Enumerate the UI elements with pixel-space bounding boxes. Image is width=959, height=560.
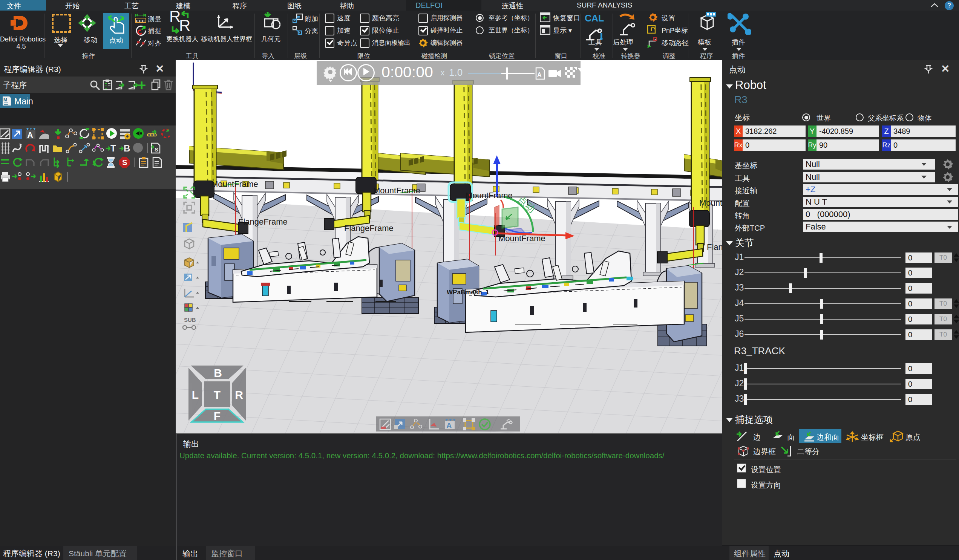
svg-text:L: L: [192, 388, 199, 401]
svg-text:S: S: [122, 158, 127, 167]
svg-text:R: R: [235, 388, 243, 401]
svg-text:MountFram: MountFram: [699, 198, 722, 208]
svg-text:MountFrame: MountFrame: [465, 191, 513, 200]
svg-text:T: T: [214, 388, 220, 401]
svg-text:FlangeFrame: FlangeFrame: [238, 217, 288, 226]
svg-text:B: B: [124, 143, 130, 153]
svg-text:A: A: [537, 72, 542, 78]
svg-text:MountFrame: MountFrame: [211, 180, 258, 189]
svg-text:FlangeFra: FlangeFra: [707, 242, 722, 252]
svg-text:A: A: [27, 130, 33, 140]
svg-text:MountFrame: MountFrame: [373, 186, 420, 195]
svg-text:S: S: [155, 146, 158, 153]
svg-text:FlangeFrame: FlangeFrame: [344, 223, 393, 233]
svg-text:M: M: [3, 97, 7, 102]
svg-text:T: T: [110, 143, 116, 153]
svg-text:MountFrame: MountFrame: [499, 234, 545, 243]
svg-text:F: F: [214, 410, 220, 422]
svg-text:B: B: [214, 367, 222, 379]
svg-text:WPaBmesh_1: WPaBmesh_1: [447, 289, 489, 296]
svg-text:A: A: [446, 421, 452, 430]
